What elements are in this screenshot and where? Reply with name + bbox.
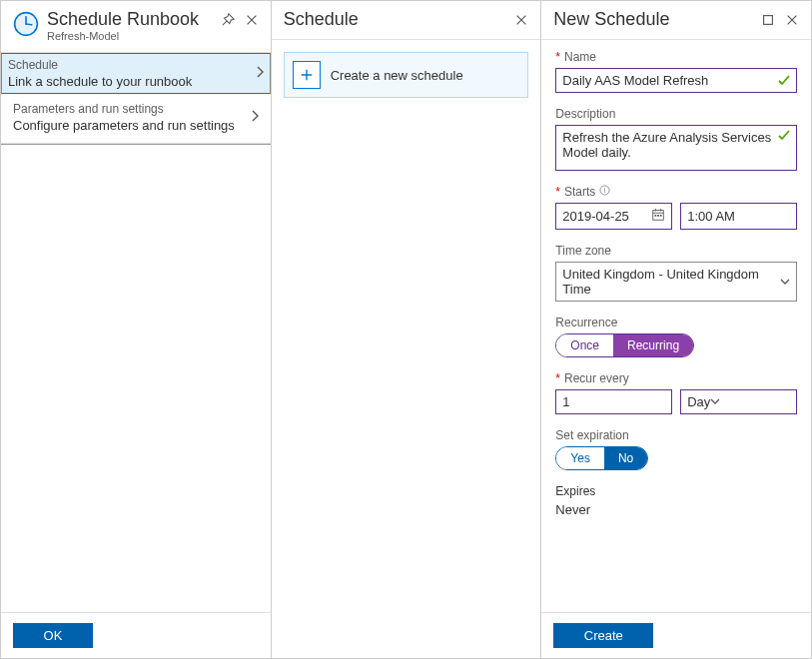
set-expiration-label: Set expiration	[555, 428, 797, 442]
svg-rect-11	[657, 215, 659, 217]
starts-label: Starts i	[555, 185, 797, 199]
close-icon[interactable]	[243, 11, 261, 29]
chevron-right-icon	[251, 110, 259, 125]
description-label: Description	[555, 107, 797, 121]
blade2-title: Schedule	[284, 9, 513, 29]
info-icon[interactable]: i	[599, 185, 610, 199]
recur-every-value[interactable]: 1	[555, 389, 672, 414]
create-schedule-row[interactable]: Create a new schedule	[284, 52, 529, 98]
expiration-yes[interactable]: Yes	[556, 447, 604, 469]
svg-text:i: i	[604, 186, 606, 195]
expires-value: Never	[555, 502, 797, 517]
nav-schedule-label: Schedule	[8, 58, 256, 73]
recurrence-toggle[interactable]: Once Recurring	[555, 333, 694, 357]
svg-rect-12	[660, 215, 662, 217]
nav-schedule[interactable]: Schedule Link a schedule to your runbook	[1, 53, 271, 94]
runbook-icon	[13, 11, 39, 37]
set-expiration-toggle[interactable]: Yes No	[555, 446, 648, 470]
pin-icon[interactable]	[219, 11, 237, 29]
chevron-down-icon	[710, 394, 720, 409]
blade1-subtitle: Refresh-Model	[47, 30, 219, 42]
recurrence-once[interactable]: Once	[556, 334, 613, 356]
nav-parameters-desc: Configure parameters and run settings	[13, 118, 251, 133]
recur-every-label: Recur every	[555, 371, 797, 385]
check-icon	[778, 75, 790, 87]
start-time-input[interactable]: 1:00 AM	[680, 203, 797, 230]
svg-rect-3	[764, 16, 773, 25]
create-schedule-label: Create a new schedule	[331, 68, 463, 83]
timezone-label: Time zone	[555, 244, 797, 258]
close-icon[interactable]	[783, 11, 801, 29]
calendar-icon	[651, 208, 665, 225]
expiration-no[interactable]: No	[604, 447, 647, 469]
recurrence-recurring[interactable]: Recurring	[613, 334, 693, 356]
svg-line-2	[26, 24, 32, 25]
recurrence-label: Recurrence	[555, 316, 797, 330]
blade-schedule-runbook: Schedule Runbook Refresh-Model Schedule …	[1, 1, 272, 658]
blade1-title: Schedule Runbook	[47, 9, 219, 29]
recur-every-unit[interactable]: Day	[680, 389, 797, 414]
close-icon[interactable]	[512, 11, 530, 29]
ok-button[interactable]: OK	[13, 623, 93, 648]
expires-label: Expires	[555, 484, 797, 498]
chevron-right-icon	[256, 66, 264, 81]
blade3-title: New Schedule	[553, 9, 759, 29]
nav-parameters[interactable]: Parameters and run settings Configure pa…	[1, 94, 271, 144]
nav-parameters-label: Parameters and run settings	[13, 102, 251, 117]
blade-schedule: Schedule Create a new schedule	[272, 1, 542, 658]
maximize-icon[interactable]	[759, 11, 777, 29]
blade-new-schedule: New Schedule Name Daily AAS Model Refres…	[541, 1, 811, 658]
svg-rect-10	[655, 215, 657, 217]
description-input[interactable]: Refresh the Azure Analysis Services Mode…	[555, 125, 797, 171]
timezone-select[interactable]: United Kingdom - United Kingdom Time	[555, 262, 797, 302]
chevron-down-icon	[780, 275, 790, 290]
name-input[interactable]: Daily AAS Model Refresh	[555, 68, 797, 93]
check-icon	[778, 130, 790, 142]
create-button[interactable]: Create	[553, 623, 653, 648]
nav-schedule-desc: Link a schedule to your runbook	[8, 74, 256, 89]
name-label: Name	[555, 50, 797, 64]
plus-icon	[293, 61, 321, 89]
start-date-input[interactable]: 2019-04-25	[555, 203, 672, 230]
